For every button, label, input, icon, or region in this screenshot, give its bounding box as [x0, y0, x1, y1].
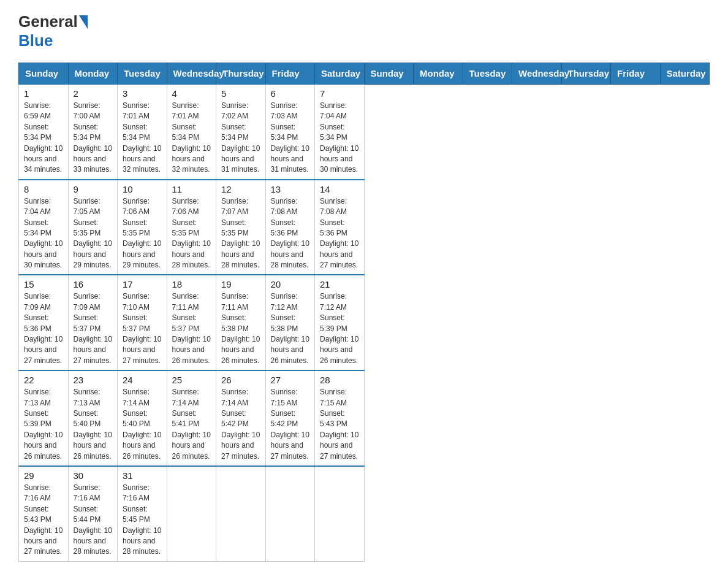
calendar-cell: 22Sunrise: 7:13 AMSunset: 5:39 PMDayligh… — [19, 370, 69, 466]
calendar-cell: 14Sunrise: 7:08 AMSunset: 5:36 PMDayligh… — [315, 180, 365, 275]
calendar-cell: 19Sunrise: 7:11 AMSunset: 5:38 PMDayligh… — [216, 275, 266, 370]
day-number: 15 — [24, 279, 63, 289]
day-number: 19 — [221, 279, 260, 289]
calendar-header-row: SundayMondayTuesdayWednesdayThursdayFrid… — [19, 63, 710, 85]
calendar-cell: 21Sunrise: 7:12 AMSunset: 5:39 PMDayligh… — [315, 275, 365, 370]
day-info: Sunrise: 7:03 AMSunset: 5:34 PMDaylight:… — [271, 101, 309, 174]
day-number: 24 — [123, 375, 162, 385]
calendar-cell: 3Sunrise: 7:01 AMSunset: 5:34 PMDaylight… — [118, 84, 167, 180]
day-info: Sunrise: 7:01 AMSunset: 5:34 PMDaylight:… — [123, 101, 161, 174]
day-number: 20 — [271, 279, 310, 289]
day-info: Sunrise: 7:04 AMSunset: 5:34 PMDaylight:… — [320, 101, 358, 174]
day-info: Sunrise: 7:09 AMSunset: 5:36 PMDaylight:… — [24, 292, 63, 364]
calendar-table: SundayMondayTuesdayWednesdayThursdayFrid… — [18, 63, 710, 562]
calendar-cell: 4Sunrise: 7:01 AMSunset: 5:34 PMDaylight… — [167, 84, 216, 180]
day-info: Sunrise: 7:11 AMSunset: 5:37 PMDaylight:… — [172, 292, 211, 364]
day-info: Sunrise: 7:15 AMSunset: 5:42 PMDaylight:… — [271, 388, 309, 460]
day-info: Sunrise: 7:09 AMSunset: 5:37 PMDaylight:… — [74, 292, 112, 364]
calendar-cell: 25Sunrise: 7:14 AMSunset: 5:41 PMDayligh… — [167, 370, 216, 466]
day-number: 3 — [123, 88, 162, 99]
day-number: 31 — [123, 470, 162, 481]
calendar-cell: 13Sunrise: 7:08 AMSunset: 5:36 PMDayligh… — [265, 180, 315, 275]
day-number: 7 — [320, 88, 359, 99]
day-info: Sunrise: 7:14 AMSunset: 5:41 PMDaylight:… — [172, 388, 211, 460]
header-sunday: Sunday — [19, 63, 69, 85]
logo-general-text: General — [18, 12, 78, 31]
day-number: 28 — [320, 375, 359, 385]
calendar-cell: 29Sunrise: 7:16 AMSunset: 5:43 PMDayligh… — [19, 466, 69, 561]
calendar-cell: 9Sunrise: 7:05 AMSunset: 5:35 PMDaylight… — [68, 180, 118, 275]
day-number: 16 — [74, 279, 113, 289]
calendar-cell: 12Sunrise: 7:07 AMSunset: 5:35 PMDayligh… — [216, 180, 266, 275]
day-number: 21 — [320, 279, 359, 289]
calendar-cell: 16Sunrise: 7:09 AMSunset: 5:37 PMDayligh… — [68, 275, 118, 370]
calendar-week-3: 15Sunrise: 7:09 AMSunset: 5:36 PMDayligh… — [19, 275, 710, 370]
calendar-week-5: 29Sunrise: 7:16 AMSunset: 5:43 PMDayligh… — [19, 466, 710, 561]
header-friday: Friday — [265, 63, 315, 85]
calendar-cell — [216, 466, 266, 561]
day-number: 6 — [271, 88, 310, 99]
day-info: Sunrise: 7:13 AMSunset: 5:40 PMDaylight:… — [74, 388, 112, 460]
day-info: Sunrise: 7:12 AMSunset: 5:38 PMDaylight:… — [271, 292, 309, 364]
calendar-week-1: 1Sunrise: 6:59 AMSunset: 5:34 PMDaylight… — [19, 84, 710, 180]
day-number: 13 — [271, 184, 310, 194]
day-number: 18 — [172, 279, 211, 289]
day-info: Sunrise: 7:16 AMSunset: 5:43 PMDaylight:… — [24, 483, 63, 556]
day-number: 26 — [221, 375, 260, 385]
page-header: General Blue — [18, 12, 710, 50]
header-friday: Friday — [611, 63, 661, 85]
logo: General Blue — [18, 12, 89, 50]
calendar-cell: 26Sunrise: 7:14 AMSunset: 5:42 PMDayligh… — [216, 370, 266, 466]
day-info: Sunrise: 7:05 AMSunset: 5:35 PMDaylight:… — [74, 197, 112, 269]
day-number: 17 — [123, 279, 162, 289]
day-number: 5 — [221, 88, 260, 99]
day-info: Sunrise: 7:02 AMSunset: 5:34 PMDaylight:… — [221, 101, 260, 174]
day-number: 23 — [74, 375, 113, 385]
logo-arrow-icon — [79, 15, 88, 29]
header-sunday: Sunday — [364, 63, 414, 85]
day-number: 11 — [172, 184, 211, 194]
calendar-cell: 27Sunrise: 7:15 AMSunset: 5:42 PMDayligh… — [265, 370, 315, 466]
calendar-cell: 1Sunrise: 6:59 AMSunset: 5:34 PMDaylight… — [19, 84, 69, 180]
header-tuesday: Tuesday — [118, 63, 167, 85]
calendar-week-4: 22Sunrise: 7:13 AMSunset: 5:39 PMDayligh… — [19, 370, 710, 466]
day-info: Sunrise: 7:04 AMSunset: 5:34 PMDaylight:… — [24, 197, 63, 269]
day-info: Sunrise: 6:59 AMSunset: 5:34 PMDaylight:… — [24, 101, 63, 174]
calendar-cell: 11Sunrise: 7:06 AMSunset: 5:35 PMDayligh… — [167, 180, 216, 275]
day-number: 12 — [221, 184, 260, 194]
header-wednesday: Wednesday — [167, 63, 216, 85]
calendar-cell: 2Sunrise: 7:00 AMSunset: 5:34 PMDaylight… — [68, 84, 118, 180]
day-info: Sunrise: 7:12 AMSunset: 5:39 PMDaylight:… — [320, 292, 358, 364]
day-info: Sunrise: 7:15 AMSunset: 5:43 PMDaylight:… — [320, 388, 358, 460]
calendar-cell: 15Sunrise: 7:09 AMSunset: 5:36 PMDayligh… — [19, 275, 69, 370]
calendar-cell: 18Sunrise: 7:11 AMSunset: 5:37 PMDayligh… — [167, 275, 216, 370]
header-saturday: Saturday — [660, 63, 710, 85]
calendar-cell: 10Sunrise: 7:06 AMSunset: 5:35 PMDayligh… — [118, 180, 167, 275]
day-info: Sunrise: 7:16 AMSunset: 5:44 PMDaylight:… — [74, 483, 112, 556]
day-info: Sunrise: 7:06 AMSunset: 5:35 PMDaylight:… — [172, 197, 211, 269]
day-info: Sunrise: 7:16 AMSunset: 5:45 PMDaylight:… — [123, 483, 161, 556]
logo-blue-text: Blue — [18, 31, 53, 50]
day-info: Sunrise: 7:10 AMSunset: 5:37 PMDaylight:… — [123, 292, 161, 364]
day-info: Sunrise: 7:01 AMSunset: 5:34 PMDaylight:… — [172, 101, 211, 174]
day-number: 30 — [74, 470, 113, 481]
header-wednesday: Wednesday — [512, 63, 562, 85]
day-number: 22 — [24, 375, 63, 385]
header-saturday: Saturday — [315, 63, 365, 85]
day-number: 10 — [123, 184, 162, 194]
day-info: Sunrise: 7:08 AMSunset: 5:36 PMDaylight:… — [271, 197, 309, 269]
day-info: Sunrise: 7:11 AMSunset: 5:38 PMDaylight:… — [221, 292, 260, 364]
calendar-cell: 30Sunrise: 7:16 AMSunset: 5:44 PMDayligh… — [68, 466, 118, 561]
calendar-cell — [167, 466, 216, 561]
day-number: 8 — [24, 184, 63, 194]
day-info: Sunrise: 7:07 AMSunset: 5:35 PMDaylight:… — [221, 197, 260, 269]
calendar-cell — [315, 466, 365, 561]
day-number: 4 — [172, 88, 211, 99]
day-number: 25 — [172, 375, 211, 385]
day-number: 14 — [320, 184, 359, 194]
day-info: Sunrise: 7:14 AMSunset: 5:40 PMDaylight:… — [123, 388, 161, 460]
day-info: Sunrise: 7:13 AMSunset: 5:39 PMDaylight:… — [24, 388, 63, 460]
calendar-cell: 17Sunrise: 7:10 AMSunset: 5:37 PMDayligh… — [118, 275, 167, 370]
header-tuesday: Tuesday — [463, 63, 512, 85]
day-number: 29 — [24, 470, 63, 481]
